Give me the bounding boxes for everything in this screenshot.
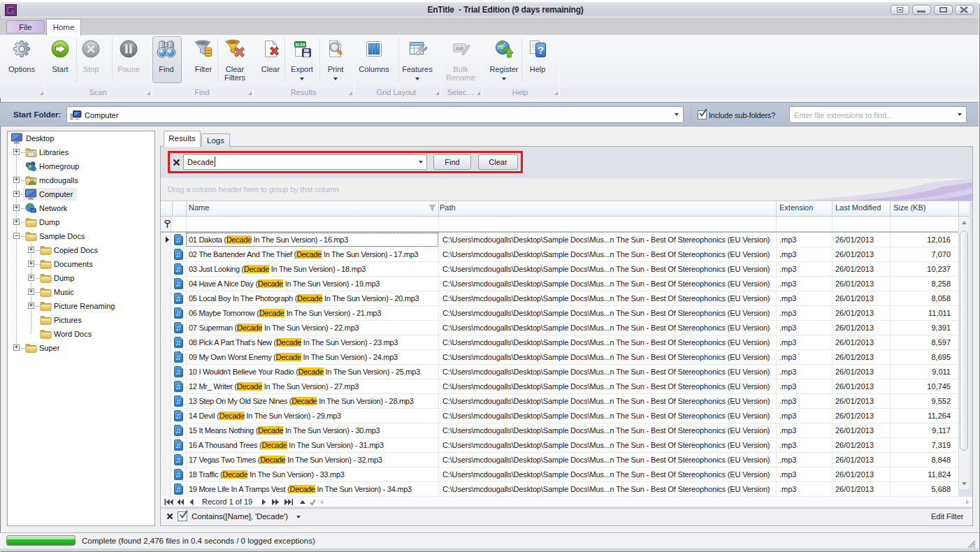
svg-text:?: ? [538, 44, 544, 56]
svg-text:XLSX: XLSX [295, 43, 305, 47]
svg-text:AB: AB [456, 45, 464, 52]
